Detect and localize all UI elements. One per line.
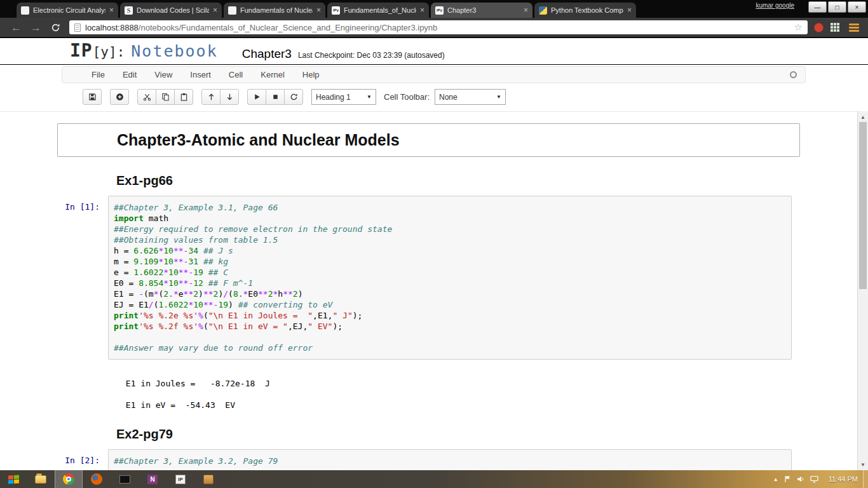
notebook-menubar: FileEditViewInsertCellKernelHelp (62, 66, 806, 83)
vertical-scrollbar[interactable]: ▲ ▼ (857, 111, 868, 470)
menu-help[interactable]: Help (294, 70, 329, 79)
toolbar-button-group (201, 89, 239, 105)
scrollbar-thumb[interactable] (859, 122, 867, 289)
scissors-icon (143, 93, 151, 101)
add-cell-button[interactable] (110, 89, 129, 105)
omnibox[interactable]: localhost:8888/notebooks/Fundamentals_of… (69, 20, 808, 34)
browser-tab[interactable]: SDownload Codes | Scilab× (120, 3, 222, 18)
browser-tab[interactable]: IPyChapter3× (431, 3, 532, 18)
logo-ip-text: IP (70, 40, 93, 61)
run-cell-button[interactable] (247, 89, 266, 105)
ipython-taskbar-button[interactable]: IP (166, 470, 194, 488)
command-prompt-taskbar-button[interactable] (111, 470, 139, 488)
window-close-button[interactable]: × (848, 1, 866, 13)
restart-kernel-button[interactable] (284, 89, 303, 105)
menu-cell[interactable]: Cell (220, 70, 252, 79)
forward-button[interactable]: → (31, 22, 41, 33)
output-line (121, 389, 857, 400)
scrollbar-down-arrow[interactable]: ▼ (858, 459, 868, 470)
copy-icon (161, 93, 170, 101)
browser-extensions (814, 23, 859, 32)
browser-tab[interactable]: Electronic Circuit Analysi× (17, 3, 118, 18)
notebook-title[interactable]: Chapter3 (242, 47, 292, 61)
logo-notebook-text: Notebook (131, 42, 217, 60)
output-line (121, 367, 857, 378)
window-controls: — □ × (808, 1, 866, 13)
tab-close-icon[interactable]: × (109, 6, 114, 14)
menu-edit[interactable]: Edit (114, 70, 146, 79)
page-info-icon[interactable] (74, 24, 81, 32)
code-input[interactable]: ##Chapter 3, Example 3.2, Page 79 (108, 449, 792, 470)
hidden-icons-button[interactable]: ▲ (773, 477, 778, 482)
browser-tab[interactable]: Fundamentals of Nuclear× (224, 3, 325, 18)
plus-circle-icon (116, 93, 124, 101)
onenote-taskbar-button[interactable]: N (139, 470, 166, 488)
tab-title: Download Codes | Scilab (137, 6, 209, 14)
window-minimize-button[interactable]: — (808, 1, 827, 13)
start-button[interactable] (0, 470, 27, 488)
browser-tab[interactable]: Python Textbook Compa× (534, 3, 636, 18)
interrupt-kernel-button[interactable] (266, 89, 285, 105)
tab-close-icon[interactable]: × (316, 6, 321, 14)
reload-button[interactable] (51, 23, 60, 32)
clipboard-icon (180, 93, 188, 101)
cell-toolbar-select[interactable]: None ▼ (435, 89, 506, 105)
input-prompt: In [1]: (0, 196, 108, 360)
code-cell[interactable]: In [1]:##Chapter 3, Example 3.1, Page 66… (0, 196, 857, 360)
browser-menu-button[interactable] (849, 24, 859, 32)
show-desktop-button[interactable] (863, 470, 868, 488)
code-line: m = 9.109*10**-31 ## kg (114, 256, 786, 267)
cut-cell-button[interactable] (137, 89, 156, 105)
paste-cell-button[interactable] (174, 89, 193, 105)
tab-close-icon[interactable]: × (627, 6, 632, 14)
network-icon[interactable] (810, 475, 818, 483)
menu-file[interactable]: File (83, 70, 114, 79)
firefox-taskbar-button[interactable] (83, 470, 111, 488)
code-cell[interactable]: In [2]:##Chapter 3, Example 3.2, Page 79 (0, 449, 857, 470)
menu-insert[interactable]: Insert (181, 70, 220, 79)
windows-explorer-taskbar-button[interactable] (27, 470, 55, 488)
scilab-taskbar-button[interactable] (194, 470, 222, 488)
move-cell-down-button[interactable] (220, 89, 239, 105)
tab-close-icon[interactable]: × (213, 6, 217, 14)
volume-icon[interactable] (797, 475, 804, 483)
extension-grid-icon[interactable] (831, 23, 839, 32)
notebook-toolbar: Heading 1 ▼ Cell Toolbar: None ▼ (83, 88, 506, 105)
reload-icon (51, 23, 60, 32)
selected-heading-cell[interactable]: Chapter3-Atomic and Nuclear Models (57, 123, 800, 157)
move-cell-up-button[interactable] (201, 89, 220, 105)
toolbar-button-group (110, 89, 129, 105)
tab-close-icon[interactable]: × (420, 6, 424, 14)
heading2-text[interactable]: Ex1-pg66 (116, 173, 857, 188)
menu-view[interactable]: View (146, 70, 181, 79)
output-line: E1 in eV = -54.43 EV (121, 400, 857, 410)
cell-type-select[interactable]: Heading 1 ▼ (311, 89, 376, 105)
heading2-text[interactable]: Ex2-pg79 (116, 427, 857, 442)
taskbar-clock[interactable]: 11:44 PM (829, 475, 858, 483)
code-input[interactable]: ##Chapter 3, Example 3.1, Page 66import … (108, 196, 792, 360)
code-line: ##Chapter 3, Example 3.2, Page 79 (114, 456, 786, 466)
ipython-icon: IP (175, 475, 186, 484)
refresh-icon (290, 93, 298, 101)
save-button[interactable] (83, 89, 102, 105)
browser-profile-label[interactable]: kumar google (756, 2, 794, 9)
code-line: print'%s %.2f %s'%("\n E1 in eV = ",EJ,"… (114, 321, 786, 332)
menu-kernel[interactable]: Kernel (252, 70, 294, 79)
action-center-icon[interactable] (784, 475, 791, 483)
extension-red-icon[interactable] (814, 23, 824, 32)
google-chrome-taskbar-button[interactable] (55, 470, 83, 488)
scilab-icon (203, 475, 214, 484)
system-tray: ▲ 11:44 PM (773, 470, 858, 488)
back-button[interactable]: ← (11, 22, 22, 33)
window-maximize-button[interactable]: □ (828, 1, 846, 13)
tab-close-icon[interactable]: × (524, 6, 528, 14)
bookmark-star-icon[interactable]: ☆ (794, 22, 803, 33)
url-text[interactable]: localhost:8888/notebooks/Fundamentals_of… (85, 23, 789, 32)
python-favicon (539, 6, 547, 15)
ipython-logo[interactable]: IP [y]: Notebook (70, 40, 218, 61)
copy-cell-button[interactable] (156, 89, 175, 105)
page-favicon (228, 6, 236, 15)
ipython-favicon: IPy (435, 6, 444, 15)
scrollbar-up-arrow[interactable]: ▲ (858, 112, 868, 122)
browser-tab[interactable]: IPyFundamentals_of_Nuclea× (327, 3, 429, 18)
